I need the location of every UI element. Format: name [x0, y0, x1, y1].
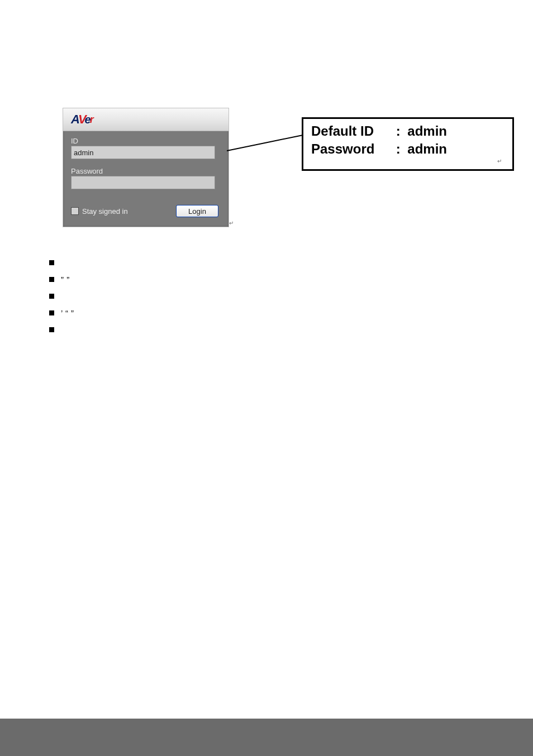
callout-id-label: Default ID	[311, 122, 392, 140]
list-item	[49, 254, 384, 271]
stay-signed-in-checkbox[interactable]	[71, 207, 79, 215]
password-label: Password	[71, 167, 221, 175]
logo-letter-r: r	[90, 114, 93, 125]
callout-password-label: Password	[311, 140, 392, 158]
list-item: ” ”	[49, 271, 384, 288]
callout-colon-2: :	[396, 140, 404, 158]
bullet-text: ’ “ ”	[61, 308, 74, 318]
callout-colon-1: :	[396, 122, 404, 140]
bullet-icon	[49, 294, 54, 299]
aver-logo: A V e r	[71, 113, 93, 126]
stay-signed-in-label: Stay signed in	[82, 207, 128, 216]
document-page: { "login": { "id_label": "ID", "id_value…	[0, 0, 533, 756]
login-body: ID Password Stay signed in Login	[63, 131, 229, 225]
id-input[interactable]	[71, 146, 215, 159]
list-item	[49, 288, 384, 304]
login-panel: A V e r ID Password Stay signed in Login	[63, 108, 229, 227]
password-input[interactable]	[71, 176, 215, 189]
return-mark-icon: ↵	[229, 220, 234, 226]
return-mark-icon: ↵	[497, 158, 502, 164]
callout-leader-line	[227, 134, 304, 152]
bullet-icon	[49, 327, 54, 332]
callout-password-value: admin	[407, 140, 447, 158]
list-item: ’ “ ”	[49, 304, 384, 321]
id-label: ID	[71, 137, 221, 145]
page-footer-bar	[0, 719, 533, 756]
stay-signed-in-wrap: Stay signed in	[71, 207, 128, 216]
callout-row-password: Password : admin	[311, 140, 506, 158]
bullet-text: ” ”	[61, 275, 70, 284]
callout-row-id: Default ID : admin	[311, 122, 506, 140]
bullet-list: ” ” ’ “ ”	[49, 254, 384, 338]
bullet-icon	[49, 277, 54, 282]
callout-id-value: admin	[407, 122, 447, 140]
login-button[interactable]: Login	[176, 205, 218, 217]
login-header: A V e r	[63, 108, 229, 131]
default-credentials-callout: Default ID : admin Password : admin	[302, 117, 514, 171]
svg-line-0	[227, 135, 303, 151]
bullet-icon	[49, 260, 54, 265]
bullet-icon	[49, 310, 54, 315]
login-bottom-row: Stay signed in Login	[71, 205, 221, 217]
list-item	[49, 321, 384, 338]
